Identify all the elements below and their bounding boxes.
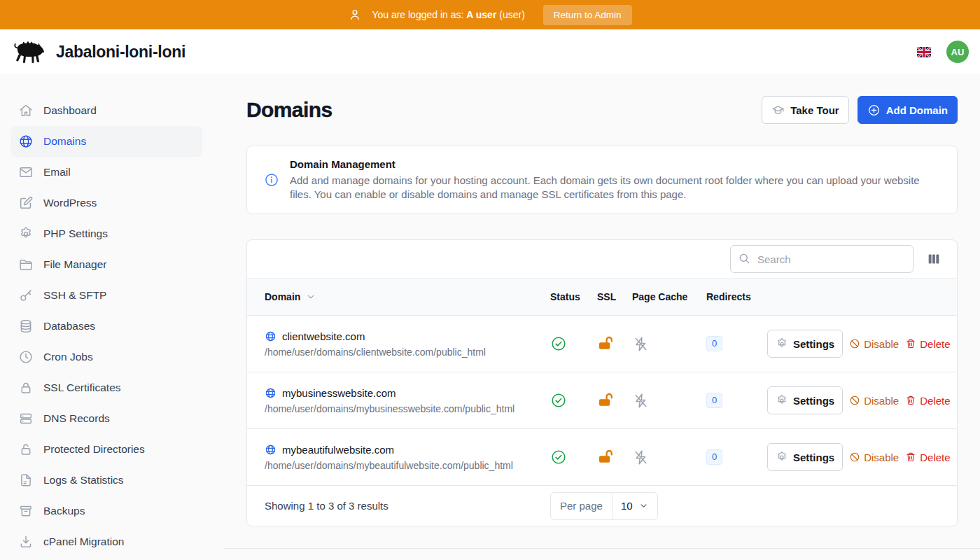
bottom-divider (224, 548, 980, 549)
page-title: Domains (246, 98, 332, 122)
per-page-control: Per page 10 (550, 492, 658, 520)
redirects-count-badge[interactable]: 0 (706, 336, 722, 351)
settings-button[interactable]: Settings (767, 386, 843, 414)
gear-icon (776, 451, 788, 463)
disable-link[interactable]: Disable (849, 338, 899, 350)
sidebar-item-wordpress[interactable]: WordPress (11, 188, 202, 218)
delete-link[interactable]: Delete (905, 395, 950, 407)
sidebar-item-backups[interactable]: Backups (11, 496, 202, 526)
search-icon (738, 252, 751, 265)
boar-logo-icon (11, 38, 48, 66)
server-icon (18, 411, 34, 426)
domain-path: /home/user/domains/mybusinesswebsite.com… (265, 403, 550, 414)
sidebar-item-ssl-certificates[interactable]: SSL Certificates (11, 372, 202, 403)
redirects-count-badge[interactable]: 0 (706, 393, 722, 408)
page-cache-off-icon[interactable] (632, 449, 650, 466)
sidebar-item-cpanel-migration[interactable]: cPanel Migration (11, 526, 202, 557)
ssl-unlocked-icon[interactable] (597, 335, 614, 352)
view-columns-icon[interactable] (926, 251, 941, 267)
domains-table-card: Domain Status SSL Page Cache Redirects c… (246, 239, 958, 526)
sidebar-item-dns-records[interactable]: DNS Records (11, 403, 202, 434)
disable-link[interactable]: Disable (849, 395, 899, 407)
page-cache-off-icon[interactable] (632, 335, 650, 353)
brand[interactable]: Jabaloni-loni-loni (11, 38, 186, 66)
sidebar-item-logs-statistics[interactable]: Logs & Statistics (11, 465, 202, 496)
sidebar-item-ssh-sftp[interactable]: SSH & SFTP (11, 280, 202, 311)
ban-icon (849, 451, 860, 463)
sidebar-item-databases[interactable]: Databases (11, 311, 202, 342)
search-box (730, 245, 913, 273)
delete-link[interactable]: Delete (905, 451, 950, 463)
status-active-icon (550, 392, 567, 409)
ban-icon (849, 395, 860, 406)
disable-link[interactable]: Disable (849, 451, 899, 463)
plus-circle-icon (867, 104, 881, 117)
clock-icon (18, 349, 34, 365)
column-header-status: Status (550, 291, 597, 302)
sidebar-item-php-settings[interactable]: PHP Settings (11, 218, 202, 249)
return-to-admin-button[interactable]: Return to Admin (543, 5, 632, 25)
globe-icon (18, 134, 34, 149)
sort-chevron-icon (305, 291, 316, 302)
table-row: mybeautifulwebsite.com /home/user/domain… (247, 429, 957, 486)
take-tour-button[interactable]: Take Tour (762, 96, 848, 124)
page-cache-off-icon[interactable] (632, 392, 650, 410)
pencil-square-icon (18, 195, 34, 211)
column-header-redirects: Redirects (706, 291, 764, 302)
info-card-title: Domain Management (290, 158, 927, 170)
sidebar-item-protected-directories[interactable]: Protected Directories (11, 434, 202, 465)
column-header-domain[interactable]: Domain (265, 291, 550, 302)
banner-message: You are logged in as: A user (user) (372, 9, 524, 20)
lock-open-icon (18, 442, 34, 457)
sidebar: Dashboard Domains Email WordPress PHP Se… (0, 74, 224, 560)
domain-name[interactable]: clientwebsite.com (265, 330, 550, 342)
envelope-icon (18, 164, 34, 180)
download-icon (18, 534, 34, 550)
chevron-down-icon (638, 500, 649, 511)
domain-name[interactable]: mybeautifulwebsite.com (265, 444, 550, 456)
brand-title: Jabaloni-loni-loni (56, 43, 186, 62)
results-summary: Showing 1 to 3 of 3 results (265, 500, 388, 512)
database-icon (18, 318, 34, 334)
column-header-page-cache: Page Cache (632, 291, 706, 302)
table-row: clientwebsite.com /home/user/domains/cli… (247, 316, 957, 372)
user-avatar[interactable]: AU (946, 41, 969, 63)
globe-icon (265, 330, 276, 342)
search-input[interactable] (730, 245, 913, 273)
table-header-row: Domain Status SSL Page Cache Redirects (247, 278, 957, 316)
ban-icon (849, 338, 860, 349)
main-content: Domains Take Tour Add Domain Domain Mana… (224, 74, 980, 549)
status-active-icon (550, 335, 567, 352)
sidebar-item-cron-jobs[interactable]: Cron Jobs (11, 342, 202, 372)
redirects-count-badge[interactable]: 0 (706, 449, 722, 465)
gear-icon (776, 394, 788, 407)
info-card: Domain Management Add and manage domains… (246, 146, 958, 214)
trash-icon (905, 338, 916, 349)
home-icon (18, 103, 34, 118)
app-header: Jabaloni-loni-loni AU (0, 29, 980, 74)
globe-icon (265, 387, 276, 399)
per-page-select[interactable]: 10 (612, 493, 657, 519)
sidebar-item-dashboard[interactable]: Dashboard (11, 95, 202, 126)
sidebar-item-file-manager[interactable]: File Manager (11, 249, 202, 280)
user-icon (348, 8, 362, 22)
delete-link[interactable]: Delete (905, 338, 950, 350)
info-icon (264, 172, 279, 188)
status-active-icon (550, 449, 567, 465)
table-row: mybusinesswebsite.com /home/user/domains… (247, 372, 957, 429)
language-flag-icon[interactable] (917, 47, 931, 57)
settings-button[interactable]: Settings (767, 443, 843, 471)
table-footer: Showing 1 to 3 of 3 results Per page 10 (247, 486, 957, 526)
ssl-unlocked-icon[interactable] (597, 449, 614, 465)
globe-icon (265, 444, 276, 456)
column-header-ssl: SSL (597, 291, 632, 302)
sidebar-item-domains[interactable]: Domains (11, 126, 202, 157)
archive-box-icon (18, 503, 34, 519)
domain-name[interactable]: mybusinesswebsite.com (265, 387, 550, 399)
ssl-unlocked-icon[interactable] (597, 392, 614, 409)
sidebar-item-email[interactable]: Email (11, 157, 202, 188)
add-domain-button[interactable]: Add Domain (858, 96, 958, 124)
graduation-cap-icon (771, 104, 785, 117)
settings-button[interactable]: Settings (767, 330, 843, 358)
document-icon (18, 472, 34, 488)
